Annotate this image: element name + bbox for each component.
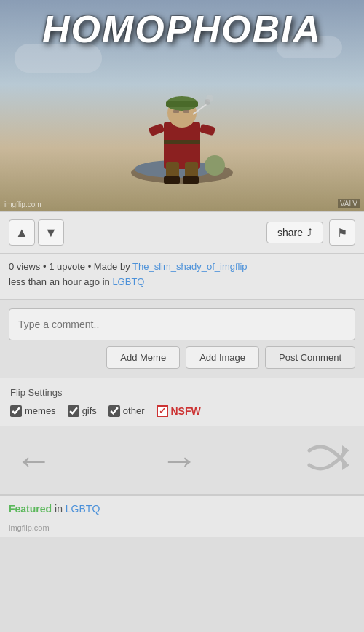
svg-point-2 <box>205 155 225 176</box>
memes-checkbox-item[interactable]: memes <box>10 405 56 417</box>
other-checkbox-item[interactable]: other <box>108 405 145 417</box>
meme-image: HOMOPHOBIA <box>0 0 364 211</box>
gifs-checkbox-item[interactable]: gifs <box>68 405 97 417</box>
share-label: share <box>277 227 303 238</box>
vote-buttons: ▲ ▼ <box>9 219 64 246</box>
svg-point-17 <box>206 95 213 102</box>
upvote-button[interactable]: ▲ <box>9 219 35 246</box>
post-comment-button[interactable]: Post Comment <box>265 346 355 369</box>
svg-rect-14 <box>183 110 189 113</box>
share-icon: ⤴ <box>307 227 312 238</box>
share-button[interactable]: share ⤴ <box>266 222 323 243</box>
upvotes-count: 1 upvote <box>49 261 85 272</box>
svg-rect-9 <box>199 124 215 136</box>
separator1: • <box>43 261 49 272</box>
flag-icon: ⚑ <box>337 226 347 240</box>
featured-bar: Featured in LGBTQ <box>0 495 364 522</box>
valve-watermark: VALV <box>338 199 360 208</box>
featured-community-link[interactable]: LGBTQ <box>66 503 100 515</box>
svg-rect-6 <box>164 176 180 184</box>
flip-checkboxes: memes gifs other ✓ NSFW <box>10 405 354 417</box>
forward-arrow[interactable]: → <box>160 441 198 479</box>
svg-rect-7 <box>183 176 199 184</box>
downvote-button[interactable]: ▼ <box>38 219 64 246</box>
other-label: other <box>123 405 145 416</box>
gifs-checkbox[interactable] <box>68 405 79 417</box>
comment-action-buttons: Add Meme Add Image Post Comment <box>9 346 355 369</box>
imgflip-watermark: imgflip.com <box>4 200 41 208</box>
svg-rect-18 <box>164 140 200 144</box>
memes-label: memes <box>25 405 56 416</box>
svg-rect-8 <box>149 123 165 136</box>
add-meme-button[interactable]: Add Meme <box>106 346 180 369</box>
bottom-watermark: imgflip.com <box>0 522 364 537</box>
controls-bar: ▲ ▼ share ⤴ ⚑ <box>0 211 364 254</box>
separator2: • <box>88 261 94 272</box>
meme-figure <box>109 20 255 190</box>
svg-rect-12 <box>166 101 198 107</box>
flip-settings: Flip Settings memes gifs other ✓ NSFW <box>0 378 364 426</box>
author-link[interactable]: The_slim_shady_of_imgflip <box>132 261 248 272</box>
views-count: 0 views <box>9 261 40 272</box>
back-arrow[interactable]: ← <box>15 441 52 479</box>
made-by-text: Made by <box>94 261 132 272</box>
flip-settings-title: Flip Settings <box>10 387 354 398</box>
comment-input[interactable] <box>9 308 355 340</box>
nsfw-checkbox-item[interactable]: ✓ NSFW <box>157 405 201 417</box>
add-image-button[interactable]: Add Image <box>186 346 259 369</box>
svg-rect-13 <box>173 110 179 113</box>
comment-section: Add Meme Add Image Post Comment <box>0 300 364 378</box>
in-text: in <box>55 503 66 515</box>
nsfw-label: NSFW <box>171 405 201 417</box>
community-link[interactable]: LGBTQ <box>112 276 144 287</box>
shuffle-button[interactable] <box>306 440 349 481</box>
memes-checkbox[interactable] <box>10 405 22 417</box>
flag-button[interactable]: ⚑ <box>329 219 355 246</box>
featured-link[interactable]: Featured <box>9 503 55 515</box>
other-checkbox[interactable] <box>108 405 120 417</box>
gifs-label: gifs <box>82 405 97 416</box>
nsfw-checkbox-visual: ✓ <box>157 405 168 417</box>
navigation-arrows: ← → <box>0 426 364 495</box>
meta-info: 0 views • 1 upvote • Made by The_slim_sh… <box>0 254 364 300</box>
time-text: less than an hour ago in <box>9 276 112 287</box>
